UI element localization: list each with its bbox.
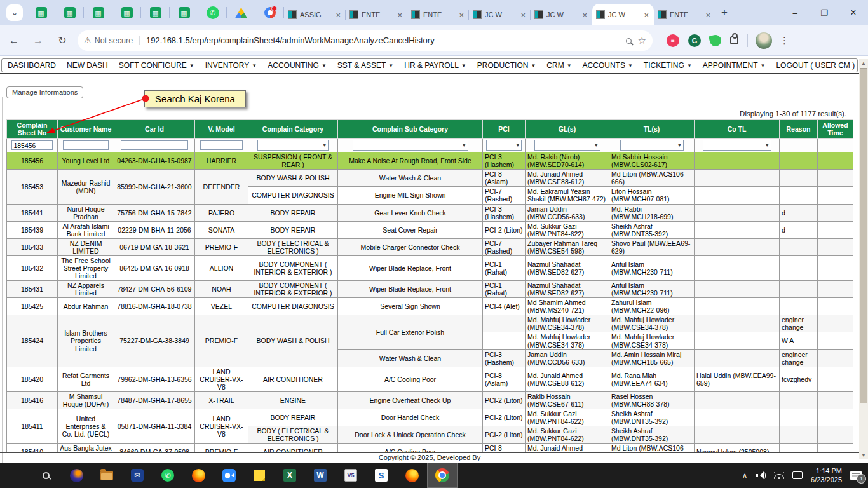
wifi-icon[interactable] (774, 472, 784, 479)
nav-item-inventory[interactable]: INVENTORY▼ (205, 61, 257, 70)
drive-pinned-tab[interactable] (227, 0, 255, 25)
scrollbar-thumb[interactable] (860, 68, 867, 403)
nav-item-dashboard[interactable]: DASHBOARD (8, 61, 56, 70)
action-center-icon[interactable]: 1 (850, 471, 862, 480)
filter-input-car[interactable] (121, 140, 188, 150)
taskbar-sapp-button[interactable]: S (366, 463, 397, 488)
scroll-up-arrow-icon[interactable]: ▲ (859, 59, 868, 67)
column-header-gl[interactable]: GL(s) (526, 120, 609, 139)
browser-tab[interactable]: ENTE× (346, 4, 407, 25)
nav-item-accounting[interactable]: ACCOUNTING▼ (268, 61, 327, 70)
column-header-car[interactable]: Car Id (114, 120, 195, 139)
address-bar[interactable]: ⚠ Not secure 192.168.1.5/erp/erp/complai… (78, 30, 653, 51)
filter-select-tl[interactable]: ▾ (620, 140, 684, 151)
taskbar-search-button[interactable] (31, 463, 61, 488)
display-connect-icon[interactable] (792, 471, 803, 479)
filter-select-category[interactable]: ▾ (257, 140, 329, 151)
nav-item-sst-asset[interactable]: SST & ASSET▼ (337, 61, 393, 70)
filter-select-cotl[interactable]: ▾ (703, 140, 771, 151)
tab-close-icon[interactable]: × (458, 10, 465, 20)
taskbar-chrome-button[interactable] (427, 463, 458, 488)
browser-menu-icon[interactable]: ⋮ (780, 35, 789, 46)
filter-select-pci[interactable]: ▾ (486, 140, 522, 151)
taskbar-firefox-button[interactable] (397, 463, 427, 488)
tab-close-icon[interactable]: × (581, 10, 588, 20)
taskbar-zoom-button[interactable] (214, 463, 244, 488)
minimize-button[interactable]: – (780, 0, 810, 25)
filter-select-subcategory[interactable]: ▾ (353, 140, 468, 151)
sheets-pinned-tab[interactable]: ▦ (170, 0, 198, 25)
taskbar-word-button[interactable]: W (305, 463, 336, 488)
column-header-cotl[interactable]: Co TL (695, 120, 780, 139)
column-header-allowed[interactable]: Allowed Time (818, 120, 853, 139)
column-header-customer[interactable]: Customer Name (58, 120, 114, 139)
nav-item-soft-configure[interactable]: SOFT CONFIGURE▼ (119, 61, 194, 70)
column-header-category[interactable]: Complain Category (248, 120, 338, 139)
hidden-icons-chevron-icon[interactable]: ∧ (742, 471, 747, 480)
sheets-pinned-tab[interactable]: ▦ (112, 0, 141, 25)
filter-select-gl[interactable]: ▾ (534, 140, 600, 151)
whatsapp-pinned-tab[interactable]: ✆ (198, 0, 227, 25)
leaf-extension-icon[interactable] (709, 33, 722, 47)
maximize-button[interactable]: ❐ (810, 0, 839, 25)
column-header-subcategory[interactable]: Complain Sub Category (338, 120, 483, 139)
taskbar-firefox-button[interactable] (183, 463, 214, 488)
reload-button[interactable]: ↻ (52, 30, 72, 51)
nav-item-new-dash[interactable]: NEW DASH (67, 61, 108, 70)
filter-input-model[interactable] (200, 140, 243, 150)
nav-item-appointment[interactable]: APPOINTMENT▼ (703, 61, 766, 70)
taskbar-mail-button[interactable]: ✉ (122, 463, 153, 488)
nav-item-production[interactable]: PRODUCTION▼ (477, 61, 536, 70)
extensions-puzzle-icon[interactable] (730, 36, 738, 44)
tab-close-icon[interactable]: × (396, 10, 403, 20)
nav-item-logout-user-cm[interactable]: LOGOUT ( USER CM ) (776, 61, 855, 70)
taskbar-win-button[interactable] (0, 463, 31, 488)
red-badge-extension-icon[interactable]: ≡ (667, 34, 679, 47)
nav-item-accounts[interactable]: ACCOUNTS▼ (583, 61, 633, 70)
close-button[interactable]: × (839, 0, 868, 25)
volume-icon[interactable] (756, 471, 766, 480)
taskbar-whatsapp-button[interactable]: ✆ (153, 463, 183, 488)
column-header-pci[interactable]: PCI (483, 120, 526, 139)
tab-close-icon[interactable]: × (519, 10, 527, 20)
taskbar-ffnightly-button[interactable] (61, 463, 92, 488)
colorful-pinned-tab[interactable] (255, 0, 284, 25)
taskbar-folder-button[interactable] (92, 463, 122, 488)
taskbar-v5-button[interactable]: V5 (336, 463, 366, 488)
column-header-sheet[interactable]: Complain Sheet No (7, 120, 58, 139)
browser-tab[interactable]: JC W× (469, 4, 531, 25)
tab-search-button[interactable]: ⌄ (6, 4, 23, 21)
forward-button[interactable]: → (28, 30, 48, 51)
zoom-page-icon[interactable] (626, 35, 632, 46)
bookmark-star-icon[interactable]: ☆ (638, 35, 646, 46)
column-header-model[interactable]: V. Model (195, 120, 248, 139)
filter-input-sheet[interactable] (11, 140, 52, 150)
sheets-pinned-tab[interactable]: ▦ (27, 0, 55, 25)
filter-input-customer[interactable] (63, 140, 109, 150)
tab-close-icon[interactable]: × (334, 10, 342, 20)
taskbar-sticky-button[interactable] (244, 463, 275, 488)
taskbar-excel-button[interactable]: X (275, 463, 305, 488)
tab-close-icon[interactable]: × (642, 10, 650, 20)
sheets-pinned-tab[interactable]: ▦ (141, 0, 170, 25)
profile-avatar[interactable] (756, 32, 772, 49)
nav-item-ticketing[interactable]: TICKETING▼ (644, 61, 692, 70)
scroll-down-arrow-icon[interactable]: ▼ (859, 451, 868, 459)
nav-item-hr-payroll[interactable]: HR & PAYROLL▼ (404, 61, 466, 70)
back-button[interactable]: ← (4, 30, 24, 51)
new-tab-button[interactable]: + (715, 4, 733, 22)
browser-tab[interactable]: JC W× (531, 4, 592, 25)
nav-item-crm[interactable]: CRM▼ (546, 61, 571, 70)
browser-tab[interactable]: ENTE× (654, 4, 715, 25)
taskbar-clock[interactable]: 1:14 PM 6/23/2025 (811, 466, 842, 485)
g-extension-icon[interactable]: G (688, 34, 701, 47)
browser-tab[interactable]: ASSIG× (284, 4, 346, 25)
browser-tab[interactable]: JC W× (592, 4, 654, 25)
browser-tab[interactable]: ENTE× (407, 4, 469, 25)
column-header-tl[interactable]: TL(s) (609, 120, 695, 139)
sheets-pinned-tab[interactable]: ▦ (55, 0, 84, 25)
column-header-reason[interactable]: Reason (780, 120, 818, 139)
tab-close-icon[interactable]: × (704, 10, 712, 20)
sheets-pinned-tab[interactable]: ▦ (84, 0, 112, 25)
page-scrollbar[interactable]: ▲ ▼ (859, 59, 868, 459)
